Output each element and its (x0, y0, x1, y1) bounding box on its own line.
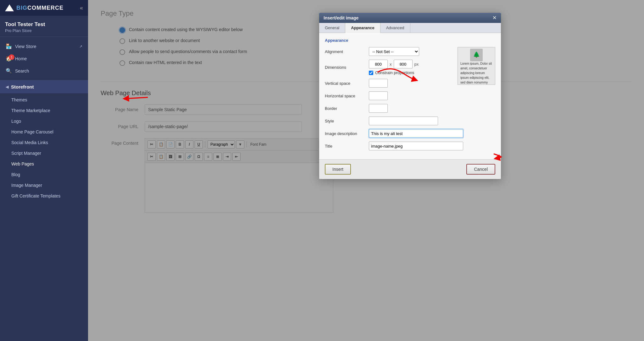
sidebar-item-search[interactable]: 🔍 Search (0, 65, 88, 77)
vertical-space-input[interactable] (369, 79, 388, 88)
border-input[interactable] (369, 104, 388, 113)
dialog-tabs: General Appearance Advanced (319, 23, 501, 33)
insert-edit-image-dialog: Insert/edit image ✕ General Appearance A… (319, 13, 501, 179)
vertical-space-row: Vertical space (325, 79, 452, 88)
dim-width-input[interactable] (369, 60, 388, 68)
title-label: Title (325, 144, 369, 149)
style-label: Style (325, 119, 369, 123)
store-info: Tool Tester Test Pro Plan Store (0, 16, 88, 37)
tab-appearance[interactable]: Appearance (345, 23, 380, 33)
image-preview: 🌲 Lorem ipsum, Dolor sit amet, consectet… (458, 47, 495, 85)
border-row: Border (325, 104, 452, 113)
dialog-titlebar: Insert/edit image ✕ (319, 13, 501, 23)
dim-x-separator: x (390, 62, 392, 67)
horizontal-space-input[interactable] (369, 91, 388, 100)
sidebar-item-script-manager[interactable]: Script Manager (0, 148, 88, 159)
alignment-row: Alignment -- Not Set -- (325, 47, 452, 56)
sidebar-header: BIGCOMMERCE « (0, 0, 88, 16)
sidebar-item-theme-marketplace[interactable]: Theme Marketplace (0, 105, 88, 116)
image-description-field (369, 129, 495, 138)
store-icon: 🏪 (6, 43, 12, 49)
sidebar-item-logo[interactable]: Logo (0, 116, 88, 127)
horizontal-space-field (369, 91, 452, 100)
logo-icon (5, 4, 14, 11)
dialog-section-title: Appearance (325, 38, 495, 43)
style-row: Style (325, 116, 452, 125)
main-content: Page Type Contain content created using … (88, 0, 644, 341)
preview-text: Lorem ipsum, Dolor sit amet, consectetue… (459, 61, 494, 85)
storefront-label: Storefront (11, 84, 34, 89)
sidebar-nav: 🏪 View Store ↗ 1 🏠 Home 🔍 Search (0, 37, 88, 80)
horizontal-space-label: Horizontal space (325, 94, 369, 98)
home-label: Home (15, 56, 27, 61)
sidebar-item-home[interactable]: 1 🏠 Home (0, 52, 88, 65)
store-plan: Pro Plan Store (5, 28, 83, 33)
dialog-overlay: Insert/edit image ✕ General Appearance A… (88, 0, 644, 341)
image-description-row: Image description (325, 129, 495, 138)
view-store-label: View Store (15, 44, 36, 49)
dialog-title: Insert/edit image (324, 15, 358, 20)
constrain-proportions-checkbox[interactable] (369, 71, 373, 75)
tab-general[interactable]: General (319, 23, 345, 33)
search-icon: 🔍 (6, 68, 12, 74)
sidebar-item-home-page-carousel[interactable]: Home Page Carousel (0, 127, 88, 137)
style-field (369, 116, 452, 125)
image-description-label: Image description (325, 131, 369, 136)
collapse-button[interactable]: « (80, 5, 83, 11)
dimensions-row: Dimensions x px Constra (325, 60, 452, 75)
border-label: Border (325, 106, 369, 111)
storefront-subnav: Themes Theme Marketplace Logo Home Page … (0, 93, 88, 203)
logo-text: BIGCOMMERCE (16, 5, 64, 11)
alignment-field: -- Not Set -- (369, 47, 452, 56)
store-name: Tool Tester Test (5, 21, 83, 28)
sidebar-item-gift-certificate-templates[interactable]: Gift Certificate Templates (0, 191, 88, 201)
chevron-icon: ◀ (6, 85, 8, 89)
alignment-label: Alignment (325, 49, 369, 54)
search-label: Search (15, 68, 29, 73)
dialog-footer: Insert Cancel (319, 159, 501, 179)
sidebar-item-image-manager[interactable]: Image Manager (0, 180, 88, 191)
title-input[interactable] (369, 142, 463, 150)
image-description-input[interactable] (369, 129, 463, 138)
cancel-button[interactable]: Cancel (466, 164, 495, 175)
sidebar-item-view-store[interactable]: 🏪 View Store ↗ (0, 40, 88, 52)
sidebar-item-social-media-links[interactable]: Social Media Links (0, 137, 88, 148)
title-field (369, 142, 495, 150)
preview-image-placeholder: 🌲 (470, 49, 483, 61)
horizontal-space-row: Horizontal space (325, 91, 452, 100)
constrain-label: Constrain proportions (375, 70, 414, 75)
vertical-space-label: Vertical space (325, 81, 369, 86)
dimensions-field: x px Constrain proportions (369, 60, 452, 75)
dialog-close-button[interactable]: ✕ (492, 15, 497, 20)
border-field (369, 104, 452, 113)
alignment-select[interactable]: -- Not Set -- (369, 47, 419, 56)
sidebar-item-web-pages[interactable]: Web Pages (0, 159, 88, 169)
sidebar-item-blog[interactable]: Blog (0, 169, 88, 180)
storefront-header[interactable]: ◀ Storefront (0, 80, 88, 93)
dim-height-input[interactable] (394, 60, 413, 68)
sidebar-item-themes[interactable]: Themes (0, 95, 88, 105)
sidebar: BIGCOMMERCE « Tool Tester Test Pro Plan … (0, 0, 88, 341)
home-badge: 1 (9, 54, 14, 60)
dim-unit-label: px (414, 62, 419, 67)
title-row: Title (325, 142, 495, 150)
storefront-section: ◀ Storefront Themes Theme Marketplace Lo… (0, 80, 88, 203)
style-input[interactable] (369, 116, 438, 125)
vertical-space-field (369, 79, 452, 88)
external-link-icon: ↗ (79, 44, 82, 49)
insert-button[interactable]: Insert (325, 164, 351, 175)
tab-advanced[interactable]: Advanced (380, 23, 410, 33)
dimensions-label: Dimensions (325, 65, 369, 70)
dialog-body: Appearance Alignment -- Not Set -- (319, 33, 501, 159)
logo-area: BIGCOMMERCE (5, 4, 64, 11)
